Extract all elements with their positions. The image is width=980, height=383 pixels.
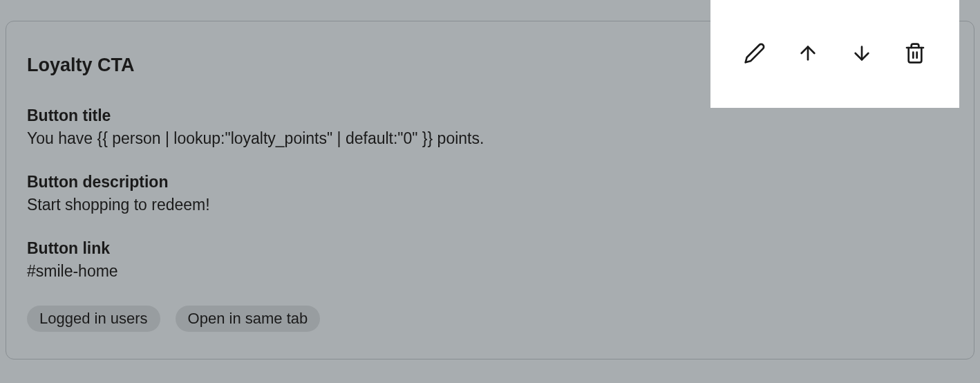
tag-open-in-same-tab: Open in same tab [176, 306, 321, 332]
button-title-label: Button title [27, 106, 953, 125]
tag-logged-in-users: Logged in users [27, 306, 160, 332]
arrow-down-icon [851, 42, 873, 66]
trash-icon [904, 42, 926, 66]
edit-button[interactable] [738, 37, 771, 71]
move-up-button[interactable] [791, 37, 824, 71]
tags-container: Logged in users Open in same tab [27, 306, 953, 332]
button-link-field: Button link #smile-home [27, 239, 953, 281]
move-down-button[interactable] [845, 37, 878, 71]
button-title-value: You have {{ person | lookup:"loyalty_poi… [27, 129, 953, 148]
arrow-up-icon [797, 42, 819, 66]
button-description-field: Button description Start shopping to red… [27, 173, 953, 214]
pencil-icon [744, 42, 766, 66]
button-link-value: #smile-home [27, 262, 953, 281]
button-link-label: Button link [27, 239, 953, 258]
button-title-field: Button title You have {{ person | lookup… [27, 106, 953, 148]
action-toolbar [710, 0, 959, 108]
button-description-label: Button description [27, 173, 953, 192]
delete-button[interactable] [898, 37, 932, 71]
button-description-value: Start shopping to redeem! [27, 196, 953, 214]
